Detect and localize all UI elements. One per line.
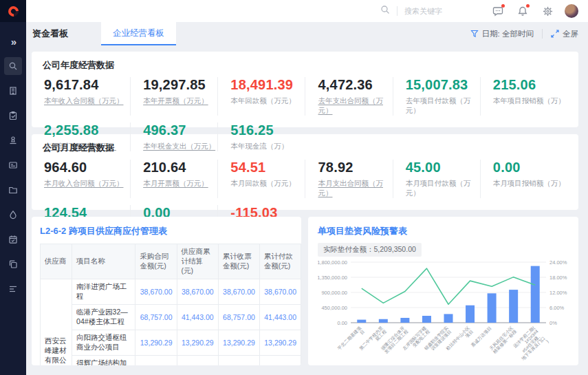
- sidebar-copy-icon[interactable]: [4, 255, 22, 273]
- supplier-payable-card: L2-6-2 跨项目供应商应付管理表 供应商项目名称采购合同金额(元)供应商累计…: [32, 217, 301, 365]
- kpi-label[interactable]: 本年收入合同额（万元）: [44, 96, 130, 106]
- kpi-value: 15,007.83: [406, 77, 480, 93]
- table-row[interactable]: 得辉广场结构加固项目56,000.0045,000.0045,000.0033,…: [41, 356, 301, 366]
- kpi-label: 本月项目报销额（万）: [493, 179, 567, 189]
- sidebar-chart-list-icon[interactable]: [4, 280, 22, 298]
- amount-cell: 33,000.00: [259, 356, 301, 366]
- risk-chart[interactable]: 0.000%450,000.006.00%900,000.0012.00%1,3…: [318, 257, 569, 365]
- kpi-item: 54.51本月回款额（万元）: [217, 160, 305, 198]
- svg-text:900,000.00: 900,000.00: [321, 290, 347, 296]
- amount-cell: 41,443.00: [259, 305, 301, 330]
- kpi-label[interactable]: 本月开票额（万元）: [143, 179, 217, 189]
- kpi-label: 本年现金流（万）: [230, 142, 305, 151]
- kpi-item: 215.06本年项目报销额（万）: [480, 77, 567, 116]
- fullscreen-button[interactable]: 全屏: [551, 29, 578, 39]
- kpi-item: 516.25本年现金流（万）: [217, 122, 305, 151]
- amount-cell: 45,000.00: [177, 356, 218, 366]
- svg-text:12.00%: 12.00%: [549, 290, 567, 296]
- kpi-label: 本月项目付款额（万元）: [406, 179, 480, 198]
- search-divider: [397, 6, 398, 16]
- table-row[interactable]: 向阳路交通枢纽商业办公项目13,290.2913,290.2913,290.29…: [41, 330, 301, 356]
- sidebar-stamp-icon[interactable]: [4, 131, 22, 149]
- amount-cell: 38,670.00: [218, 279, 259, 305]
- kpi-value: 19,297.85: [143, 77, 217, 93]
- kpi-label: 去年项目付款额（万元）: [406, 96, 480, 116]
- table-column-header: 供应商: [41, 244, 72, 279]
- kpi-label[interactable]: 本年税金支出（万元）: [143, 142, 217, 151]
- amount-cell: 38,670.00: [177, 279, 218, 305]
- svg-text:450,000.00: 450,000.00: [321, 305, 347, 311]
- project-name-cell: 向阳路交通枢纽商业办公项目: [72, 330, 135, 356]
- amount-cell: 68,757.00: [135, 305, 177, 330]
- project-name-cell: 南洋进贤广场工程: [72, 279, 135, 305]
- main-content: 公司年度经营数据 9,617.84本年收入合同额（万元）19,297.85本年开…: [26, 45, 588, 375]
- messages-icon[interactable]: [490, 3, 505, 19]
- kpi-value: 210.64: [143, 160, 217, 175]
- risk-warning-card: 单项目垫资风险预警表 实际垫付金额：5,209,350.00 0.000%450…: [308, 217, 578, 365]
- amount-cell: 68,757.00: [218, 305, 259, 330]
- kpi-item: 15,007.83去年项目付款额（万元）: [393, 77, 480, 116]
- supplier-table-title: L2-6-2 跨项目供应商应付管理表: [40, 225, 293, 237]
- table-column-header: 采购合同金额(元): [135, 244, 177, 279]
- kpi-value: 4,472.36: [318, 77, 392, 93]
- svg-text:6.00%: 6.00%: [549, 305, 565, 311]
- supplier-payable-table[interactable]: 供应商项目名称采购合同金额(元)供应商累计结算(元)累计收票金额(元)累计付款金…: [40, 244, 301, 365]
- annual-data-card: 公司年度经营数据 9,617.84本年收入合同额（万元）19,297.85本年开…: [32, 52, 578, 127]
- kpi-item: 0.00本月项目报销额（万）: [480, 160, 567, 198]
- table-column-header: 累计收票金额(元): [218, 244, 259, 279]
- date-filter[interactable]: 日期: 全部时间: [470, 29, 534, 39]
- kpi-item: 210.64本月开票额（万元）: [130, 160, 217, 198]
- settings-gear-icon[interactable]: [540, 3, 555, 19]
- amount-cell: 45,000.00: [218, 356, 259, 366]
- svg-text:24.00%: 24.00%: [549, 259, 567, 266]
- search-input[interactable]: 搜索关键字: [404, 6, 442, 17]
- project-name-cell: 得辉广场结构加固项目: [72, 356, 135, 366]
- kpi-item: 4,472.36去年支出合同额（万元）: [305, 77, 392, 116]
- risk-chart-title: 单项目垫资风险预警表: [318, 225, 569, 237]
- table-column-header: 供应商累计结算(元): [177, 244, 218, 279]
- sidebar-id-card-icon[interactable]: [4, 156, 22, 174]
- sidebar-collapse-icon[interactable]: »: [4, 32, 22, 50]
- kpi-item: 18,491.39本年回款额（万元）: [217, 77, 305, 116]
- amount-cell: 56,000.00: [135, 356, 177, 366]
- messages-badge: [501, 4, 505, 8]
- kpi-value: 0.00: [493, 160, 567, 175]
- sidebar-building-icon[interactable]: [4, 82, 22, 100]
- kpi-value: 2,255.88: [44, 122, 130, 138]
- kpi-value: 964.60: [44, 160, 130, 175]
- table-row[interactable]: 西安云峰建材有限公司南洋进贤广场工程38,670.0038,670.0038,6…: [41, 279, 301, 305]
- page-title: 资金看板: [26, 22, 68, 45]
- tab-enterprise-dashboard[interactable]: 企业经营看板: [101, 22, 176, 45]
- filter-funnel-icon: [470, 30, 479, 38]
- sidebar-clipboard-check-icon[interactable]: [4, 107, 22, 125]
- notifications-bell-icon[interactable]: [515, 3, 530, 19]
- sidebar-calendar-icon[interactable]: [4, 231, 22, 248]
- user-avatar[interactable]: [565, 4, 578, 18]
- table-column-header: 项目名称: [72, 244, 135, 279]
- kpi-value: 18,491.39: [230, 77, 305, 93]
- tab-bar: 资金看板 企业经营看板 日期: 全部时间 全屏: [26, 22, 588, 45]
- amount-cell: 13,290.29: [218, 330, 259, 356]
- kpi-label[interactable]: 本年开票额（万元）: [143, 96, 217, 106]
- global-search[interactable]: 搜索关键字: [380, 5, 442, 17]
- kpi-item: 496.37本年税金支出（万元）: [130, 122, 217, 151]
- kpi-label[interactable]: 去年支出合同额（万元）: [318, 96, 392, 116]
- kpi-label[interactable]: 本月收入合同额（万元）: [44, 179, 130, 189]
- kpi-label[interactable]: 本月支出合同额（万元）: [318, 179, 392, 198]
- sidebar-droplet-icon[interactable]: [4, 206, 22, 224]
- amount-cell: 13,290.29: [135, 330, 177, 356]
- project-name-cell: 临港产业园32—04#楼主体工程: [72, 305, 135, 330]
- table-row[interactable]: 临港产业园32—04#楼主体工程68,757.0041,443.0068,757…: [41, 305, 301, 330]
- sidebar-folder-icon[interactable]: [4, 181, 22, 199]
- kpi-value: 45.00: [406, 160, 480, 175]
- notifications-badge: [526, 4, 530, 8]
- sidebar-search-icon[interactable]: [4, 57, 22, 75]
- kpi-value: 215.06: [493, 77, 567, 93]
- app-logo[interactable]: [0, 0, 26, 22]
- monthly-data-card: 公司月度经营数据 964.60本月收入合同额（万元）210.64本月开票额（万元…: [32, 134, 578, 210]
- kpi-value: 78.92: [318, 160, 392, 175]
- kpi-item: 19,297.85本年开票额（万元）: [130, 77, 217, 116]
- top-bar: 搜索关键字: [26, 0, 588, 22]
- x-axis-label: 嘉诚万达项目: [470, 325, 492, 348]
- svg-text:0%: 0%: [549, 320, 557, 326]
